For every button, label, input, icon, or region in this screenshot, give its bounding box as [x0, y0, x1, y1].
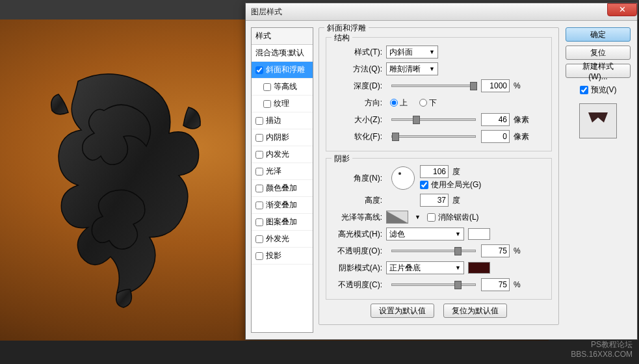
highlight-opacity-slider[interactable]: [391, 250, 476, 252]
technique-label: 方法(Q):: [332, 64, 386, 75]
ok-button[interactable]: 确定: [566, 27, 631, 42]
style-item[interactable]: 等高线: [252, 79, 313, 96]
direction-down-radio[interactable]: [419, 99, 427, 107]
size-input[interactable]: [481, 113, 510, 126]
style-checkbox[interactable]: [263, 100, 271, 108]
chevron-down-icon: ▼: [429, 66, 435, 72]
style-label: 投影: [266, 250, 281, 261]
preview-label: 预览(V): [591, 84, 617, 96]
style-item[interactable]: 光泽: [252, 163, 313, 180]
close-button[interactable]: ✕: [607, 3, 637, 16]
shadow-opacity-slider[interactable]: [391, 283, 476, 286]
styles-header[interactable]: 样式: [252, 28, 313, 45]
bevel-emboss-panel: 斜面和浮雕 结构 样式(T): 内斜面▼ 方法(Q): 雕刻清晰▼ 深度(D):: [319, 27, 559, 325]
shadow-color-swatch[interactable]: [468, 262, 490, 274]
technique-combo[interactable]: 雕刻清晰▼: [386, 62, 438, 75]
soften-input[interactable]: [481, 130, 510, 143]
chevron-down-icon[interactable]: ▼: [415, 214, 421, 220]
style-combo[interactable]: 内斜面▼: [386, 46, 438, 58]
style-checkbox[interactable]: [255, 66, 263, 74]
watermark: PS教程论坛BBS.16XX8.COM: [571, 340, 632, 360]
style-label: 内阴影: [266, 132, 289, 143]
gloss-contour-swatch[interactable]: [386, 211, 408, 224]
unit-label: %: [514, 280, 534, 289]
style-label: 等高线: [274, 81, 297, 92]
altitude-label: 高度:: [332, 195, 386, 206]
shadow-mode-combo[interactable]: 正片叠底▼: [386, 261, 464, 274]
blend-options-item[interactable]: 混合选项:默认: [252, 45, 313, 62]
depth-slider[interactable]: [391, 84, 476, 87]
depth-label: 深度(D):: [332, 81, 386, 92]
size-label: 大小(Z):: [332, 114, 386, 125]
angle-dial[interactable]: [391, 166, 415, 190]
highlight-mode-combo[interactable]: 滤色▼: [386, 228, 464, 240]
style-item[interactable]: 斜面和浮雕: [252, 62, 313, 79]
angle-input[interactable]: [420, 165, 449, 178]
style-checkbox[interactable]: [255, 218, 263, 226]
shading-legend: 阴影: [332, 153, 352, 164]
soften-slider[interactable]: [391, 135, 476, 138]
style-label: 光泽: [266, 166, 281, 177]
style-label: 渐变叠加: [266, 200, 297, 211]
style-label: 样式(T):: [332, 47, 386, 58]
style-item[interactable]: 外发光: [252, 231, 313, 248]
style-item[interactable]: 颜色叠加: [252, 180, 313, 197]
highlight-opacity-input[interactable]: [481, 244, 510, 257]
reset-default-button[interactable]: 复位为默认值: [443, 304, 507, 318]
style-item[interactable]: 渐变叠加: [252, 197, 313, 214]
shadow-opacity-input[interactable]: [481, 278, 510, 291]
chevron-down-icon: ▼: [455, 231, 461, 237]
style-checkbox[interactable]: [255, 252, 263, 260]
style-checkbox[interactable]: [255, 202, 263, 209]
style-item[interactable]: 纹理: [252, 96, 313, 112]
global-light-checkbox[interactable]: [420, 181, 428, 189]
unit-label: 像素: [514, 131, 534, 142]
highlight-color-swatch[interactable]: [468, 228, 490, 240]
angle-label: 角度(N):: [332, 173, 386, 184]
style-checkbox[interactable]: [255, 151, 263, 159]
altitude-input[interactable]: [420, 194, 449, 207]
set-default-button[interactable]: 设置为默认值: [371, 304, 434, 318]
new-style-button[interactable]: 新建样式(W)...: [566, 64, 631, 78]
style-checkbox[interactable]: [255, 117, 263, 125]
unit-label: 度: [452, 166, 473, 177]
layer-style-dialog: 图层样式 ✕ 样式 混合选项:默认 斜面和浮雕等高线纹理描边内阴影内发光光泽颜色…: [245, 3, 638, 340]
dialog-title: 图层样式: [251, 6, 282, 18]
size-slider[interactable]: [391, 118, 476, 121]
direction-label: 方向:: [332, 98, 386, 109]
styles-list: 样式 混合选项:默认 斜面和浮雕等高线纹理描边内阴影内发光光泽颜色叠加渐变叠加图…: [251, 27, 313, 333]
direction-up-radio[interactable]: [390, 99, 398, 107]
soften-label: 软化(F):: [332, 131, 386, 142]
preview-thumbnail: [579, 103, 617, 138]
preview-checkbox[interactable]: [580, 86, 588, 94]
antialias-checkbox[interactable]: [427, 213, 436, 222]
style-checkbox[interactable]: [255, 168, 263, 176]
cancel-button[interactable]: 复位: [566, 46, 631, 60]
style-item[interactable]: 描边: [252, 112, 313, 129]
highlight-mode-label: 高光模式(H):: [332, 229, 386, 240]
unit-label: %: [514, 246, 534, 255]
style-item[interactable]: 内阴影: [252, 129, 313, 146]
style-item[interactable]: 投影: [252, 248, 313, 265]
style-checkbox[interactable]: [263, 83, 271, 91]
style-label: 颜色叠加: [266, 183, 297, 194]
style-checkbox[interactable]: [255, 185, 263, 192]
shadow-opacity-label: 不透明度(C):: [332, 280, 386, 291]
style-label: 内发光: [266, 149, 289, 160]
unit-label: 像素: [514, 114, 534, 125]
depth-input[interactable]: [481, 79, 510, 92]
style-label: 斜面和浮雕: [266, 64, 305, 75]
chevron-down-icon: ▼: [455, 265, 461, 271]
titlebar[interactable]: 图层样式 ✕: [246, 3, 637, 21]
structure-legend: 结构: [332, 32, 352, 44]
style-item[interactable]: 图案叠加: [252, 214, 313, 231]
style-label: 描边: [266, 115, 281, 126]
blend-options-label: 混合选项:默认: [255, 47, 304, 58]
unit-label: 度: [452, 195, 473, 206]
style-item[interactable]: 内发光: [252, 146, 313, 163]
style-label: 外发光: [266, 233, 289, 244]
unit-label: %: [514, 81, 534, 90]
style-checkbox[interactable]: [255, 134, 263, 142]
gloss-contour-label: 光泽等高线:: [332, 212, 386, 223]
style-checkbox[interactable]: [255, 235, 263, 243]
